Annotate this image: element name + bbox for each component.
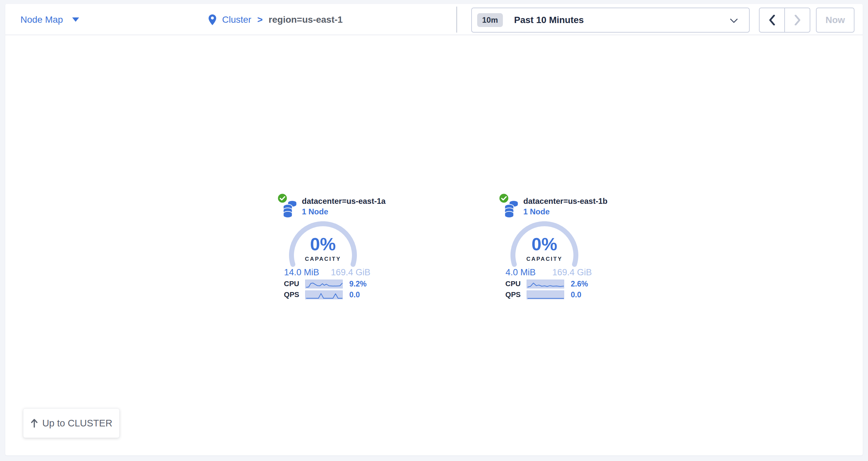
header-divider	[457, 7, 457, 33]
cpu-label: CPU	[278, 279, 299, 288]
capacity-total: 169.4 GiB	[331, 267, 370, 277]
cpu-value: 2.6%	[571, 279, 588, 289]
capacity-label: CAPACITY	[510, 256, 578, 262]
healthy-check-icon	[277, 193, 288, 204]
capacity-used: 14.0 MiB	[284, 267, 319, 277]
capacity-percent: 0%	[289, 235, 357, 253]
location-pin-icon	[209, 14, 216, 25]
time-step-forward-button[interactable]	[785, 8, 810, 32]
locality-node-count: 1 Node	[302, 207, 328, 216]
capacity-label: CAPACITY	[289, 256, 357, 262]
cpu-metric-row: CPU 2.6%	[500, 279, 595, 289]
capacity-used: 4.0 MiB	[505, 267, 536, 277]
up-to-cluster-button[interactable]: Up to CLUSTER	[23, 408, 120, 438]
cpu-sparkline	[305, 279, 343, 289]
qps-sparkline	[305, 290, 343, 299]
time-step-back-button[interactable]	[760, 8, 785, 32]
cpu-metric-row: CPU 9.2%	[278, 279, 374, 289]
qps-sparkline	[527, 290, 564, 299]
chevron-left-icon	[769, 15, 775, 25]
node-map-panel: Node Map Cluster > region=us-east-1 10m …	[5, 4, 863, 455]
capacity-total: 169.4 GiB	[552, 267, 592, 277]
arrow-up-icon	[30, 419, 38, 428]
breadcrumb-separator: >	[257, 14, 262, 25]
healthy-check-icon	[498, 193, 509, 204]
locality-card-us-east-1b[interactable]: datacenter=us-east-1b 1 Node 0% CAPACITY…	[497, 193, 596, 305]
header-bar: Node Map Cluster > region=us-east-1 10m …	[5, 4, 863, 35]
qps-metric-row: QPS 0.0	[278, 290, 374, 300]
breadcrumb-current-region: region=us-east-1	[269, 14, 343, 25]
time-window-badge: 10m	[477, 13, 503, 27]
caret-down-icon	[72, 18, 79, 22]
time-window-dropdown[interactable]: 10m Past 10 Minutes	[471, 7, 750, 33]
up-to-cluster-label: Up to CLUSTER	[42, 418, 112, 429]
now-button[interactable]: Now	[816, 7, 855, 33]
qps-metric-row: QPS 0.0	[500, 290, 595, 300]
breadcrumb: Cluster > region=us-east-1	[209, 4, 343, 35]
locality-title: datacenter=us-east-1a	[302, 197, 385, 206]
qps-value: 0.0	[571, 290, 581, 299]
locality-node-count: 1 Node	[523, 207, 550, 216]
cpu-value: 9.2%	[349, 279, 367, 289]
datacenter-icon-group	[277, 193, 299, 220]
breadcrumb-cluster-link[interactable]: Cluster	[222, 14, 251, 25]
time-step-buttons	[759, 7, 810, 33]
view-selector-dropdown[interactable]: Node Map	[21, 4, 79, 35]
capacity-values: 14.0 MiB 169.4 GiB	[284, 267, 370, 277]
chevron-down-icon	[730, 19, 738, 23]
view-selector-label: Node Map	[21, 14, 63, 25]
locality-card-us-east-1a[interactable]: datacenter=us-east-1a 1 Node 0% CAPACITY…	[276, 193, 374, 305]
chevron-right-icon	[794, 15, 801, 25]
capacity-values: 4.0 MiB 169.4 GiB	[505, 267, 592, 277]
cpu-sparkline	[527, 279, 564, 289]
qps-value: 0.0	[349, 290, 360, 299]
cpu-label: CPU	[500, 279, 521, 288]
qps-label: QPS	[278, 290, 299, 299]
qps-label: QPS	[500, 290, 521, 299]
datacenter-icon-group	[498, 193, 520, 220]
capacity-percent: 0%	[510, 235, 578, 253]
locality-title: datacenter=us-east-1b	[523, 197, 607, 206]
time-window-label: Past 10 Minutes	[514, 15, 584, 25]
